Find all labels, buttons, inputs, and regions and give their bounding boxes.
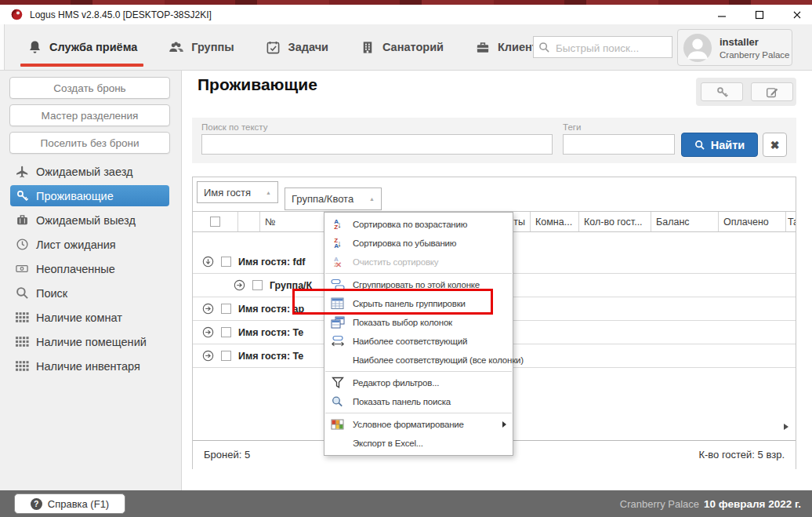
tab-front-desk[interactable]: Служба приёма [27,24,137,70]
tab-label: Задачи [288,41,328,53]
sidebar-item-label: Наличие помещений [36,336,147,348]
sidebar-item-space-availability[interactable]: Наличие помещений [10,331,169,352]
no-icon [329,436,346,450]
row-checkbox[interactable] [252,280,263,290]
collapse-icon[interactable] [201,256,214,268]
minimize-icon [717,10,727,20]
sidebar: Создать бронь Мастер разделения Поселить… [0,71,182,490]
maximize-icon [755,10,764,20]
text-search-input[interactable] [201,134,553,155]
group-field-label: Имя гостя [204,187,251,198]
guests-count: К-во гостей: 5 взр. [698,449,785,461]
edit-button[interactable] [751,82,793,101]
quick-search-box [533,36,672,58]
status-bar-right: Cranberry Palace 10 февраля 2022 г. [620,490,801,517]
menu-separator [325,371,512,372]
checkin-without-booking-button[interactable]: Поселить без брони [9,132,170,154]
scrollbar-right-arrow[interactable] [784,424,788,430]
column-header-balance[interactable]: Баланс [651,212,719,231]
quick-search-input[interactable] [554,38,672,58]
find-button[interactable]: Найти [681,133,758,157]
expand-icon[interactable] [233,279,245,292]
column-header-tariff[interactable]: Та [786,212,796,231]
sort-direction-icon: ▲ [266,190,271,195]
search-panel-icon [329,395,346,409]
group-by-field-group-quota[interactable]: Группа/Квота ▲ [285,188,382,210]
row-checkbox[interactable] [221,327,231,337]
search-icon [694,140,705,151]
key-icon [14,188,30,204]
menu-item-best-fit-all-columns[interactable]: Наиболее соответствующий (все колонки) [324,351,513,370]
sidebar-item-expected-departure[interactable]: Ожидаемый выезд [10,209,169,231]
create-booking-button[interactable]: Создать бронь [9,77,170,99]
grid-icon [14,310,30,326]
sidebar-item-label: Ожидаемый выезд [36,214,136,227]
window-title: Logus HMS v2.8.45.0 [DESKTOP-38SJ2KI] [30,9,212,20]
annotation-highlight-box [292,289,493,315]
group-row-label: Имя гостя: fdf [238,257,305,268]
group-field-label: Группа/Квота [292,193,353,205]
search-icon [538,42,550,56]
row-checkbox[interactable] [221,304,231,314]
column-header-room[interactable]: Комна... [531,212,579,231]
menu-item-sort-descending[interactable]: ZA↓ Сортировка по убыванию [324,234,513,253]
group-row-label: Имя гостя: Te [238,327,303,338]
page-title: Проживающие [198,75,317,94]
group-by-field-guest-name[interactable]: Имя гостя ▲ [197,181,278,203]
expand-icon[interactable] [201,326,214,339]
row-checkbox[interactable] [221,257,231,267]
menu-item-best-fit[interactable]: Наиболее соответствующий [324,332,513,351]
sidebar-item-waiting-list[interactable]: Лист ожидания [10,234,169,255]
user-card[interactable]: installer Cranberry Palace [677,29,792,66]
minimize-button[interactable] [708,5,736,24]
magnifier-icon [14,286,30,301]
close-icon [792,10,802,20]
column-header-paid[interactable]: Оплачено [719,212,786,231]
sidebar-item-unpaid[interactable]: Неоплаченные [10,258,169,279]
tab-sanatorium[interactable]: Санаторий [360,24,444,70]
select-all-checkbox[interactable] [210,217,220,227]
menu-item-sort-ascending[interactable]: AZ↓ Сортировка по возрастанию [324,215,513,234]
split-wizard-button[interactable]: Мастер разделения [9,104,170,126]
no-icon [329,353,346,367]
key-button[interactable] [701,82,743,101]
clear-search-button[interactable]: ✖ [763,133,787,157]
people-icon [169,39,184,55]
sidebar-item-expected-arrival[interactable]: Ожидаемый заезд [10,161,169,182]
bell-icon [27,39,42,55]
filter-icon [329,376,346,390]
sidebar-item-inventory-availability[interactable]: Наличие инвентаря [10,355,169,377]
business-date: 10 февраля 2022 г. [704,498,801,510]
menu-item-filter-editor[interactable]: Редактор фильтров... [324,373,513,392]
tab-groups[interactable]: Группы [169,24,234,70]
maximize-button[interactable] [745,5,774,24]
row-checkbox[interactable] [221,351,231,361]
top-navigation: Служба приёма Группы Задачи Санаторий [0,24,812,71]
best-fit-icon [329,334,346,348]
sidebar-item-label: Проживающие [36,190,114,202]
menu-item-column-chooser[interactable]: Показать выбор колонок [324,313,513,332]
expand-icon[interactable] [201,303,214,315]
expand-icon[interactable] [201,350,214,362]
x-mark-icon: ✖ [770,139,780,151]
tags-input[interactable] [563,134,675,155]
column-header-guest-count[interactable]: Кол-во гост... [579,212,651,231]
sidebar-item-search[interactable]: Поиск [10,282,169,304]
menu-item-show-search-panel[interactable]: Показать панель поиска [324,392,513,411]
column-chooser-icon [329,315,346,329]
menu-separator [325,413,512,413]
group-row-label: Имя гостя: Te [238,351,303,362]
sidebar-item-in-house[interactable]: Проживающие [10,185,169,206]
column-header-number[interactable]: № [260,212,329,231]
help-button[interactable]: ? Справка (F1) [14,493,125,514]
sort-ascending-icon: AZ↓ [329,217,346,231]
close-button[interactable] [783,5,811,24]
column-context-menu: AZ↓ Сортировка по возрастанию ZA↓ Сортир… [324,212,513,456]
tab-tasks[interactable]: Задачи [266,24,328,70]
sidebar-item-room-availability[interactable]: Наличие комнат [10,307,169,328]
menu-item-clear-sorting[interactable]: AZ✕ Очистить сортировку [324,253,513,271]
select-all-header-cell[interactable] [193,212,238,231]
menu-item-conditional-formatting[interactable]: Условное форматирование [324,415,513,434]
menu-item-export-to-excel[interactable]: Экспорт в Excel... [324,434,513,453]
suitcase-icon [14,213,30,228]
